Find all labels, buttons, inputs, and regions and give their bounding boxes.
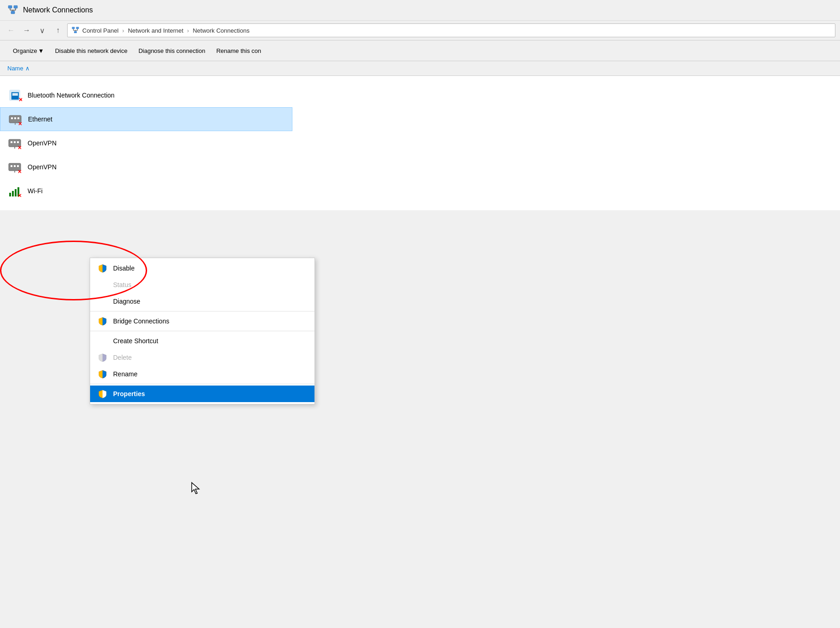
list-item[interactable]: ✕ Ethernet bbox=[0, 107, 292, 131]
diagnose-label: Diagnose bbox=[113, 298, 140, 305]
context-menu-properties[interactable]: Properties bbox=[90, 386, 314, 402]
window-title: Network Connections bbox=[23, 6, 93, 14]
svg-rect-18 bbox=[11, 117, 13, 119]
title-bar: Network Connections bbox=[0, 0, 840, 21]
breadcrumb-network-connections: Network Connections bbox=[193, 27, 250, 34]
separator3 bbox=[90, 384, 314, 384]
svg-rect-20 bbox=[17, 117, 19, 119]
svg-rect-8 bbox=[76, 27, 79, 29]
organize-button[interactable]: Organize ▼ bbox=[7, 42, 50, 59]
context-menu-status: Status bbox=[90, 277, 314, 293]
context-menu-bridge[interactable]: Bridge Connections bbox=[90, 313, 314, 329]
network-connections-icon bbox=[7, 5, 18, 16]
shield-icon-disabled bbox=[97, 352, 108, 363]
organize-arrow: ▼ bbox=[38, 47, 44, 54]
list-item[interactable]: ✕ OpenVPN bbox=[0, 131, 840, 155]
context-menu-rename[interactable]: Rename bbox=[90, 366, 314, 382]
ethernet-icon: ✕ bbox=[8, 112, 23, 127]
organize-label: Organize bbox=[13, 47, 37, 54]
name-column-header[interactable]: Name ∧ bbox=[7, 65, 302, 72]
openvpn1-icon: ✕ bbox=[7, 136, 22, 150]
context-menu-disable[interactable]: Disable bbox=[90, 260, 314, 277]
diagnose-icon-spacer bbox=[97, 296, 108, 306]
svg-rect-25 bbox=[14, 141, 16, 143]
separator2: › bbox=[187, 27, 189, 34]
shield-icon bbox=[97, 369, 108, 379]
list-item[interactable]: ✕ OpenVPN bbox=[0, 155, 840, 179]
up-button[interactable]: ↑ bbox=[51, 24, 64, 37]
svg-rect-35 bbox=[9, 193, 11, 196]
ethernet-label: Ethernet bbox=[28, 115, 52, 123]
svg-rect-32 bbox=[17, 165, 19, 167]
shield-icon bbox=[97, 316, 108, 326]
openvpn2-label: OpenVPN bbox=[28, 163, 57, 171]
svg-rect-24 bbox=[11, 141, 12, 143]
status-label: Status bbox=[113, 281, 131, 288]
svg-text:✕: ✕ bbox=[18, 121, 22, 127]
svg-text:✕: ✕ bbox=[18, 97, 22, 103]
svg-rect-2 bbox=[11, 11, 15, 14]
properties-label: Properties bbox=[113, 390, 145, 398]
address-bar-row: ← → ∨ ↑ Control Panel › Network and Inte… bbox=[0, 21, 840, 40]
shield-icon-highlighted bbox=[97, 389, 108, 399]
toolbar: Organize ▼ Disable this network device D… bbox=[0, 40, 840, 61]
shortcut-label: Create Shortcut bbox=[113, 337, 158, 345]
cursor bbox=[191, 482, 200, 495]
separator2 bbox=[90, 331, 314, 331]
svg-rect-7 bbox=[72, 27, 75, 29]
svg-text:✕: ✕ bbox=[17, 193, 22, 198]
address-icon bbox=[71, 26, 80, 35]
disable-label: Disable this network device bbox=[55, 47, 128, 54]
rename-label: Rename bbox=[113, 370, 137, 378]
rename-label: Rename this con bbox=[216, 47, 261, 54]
list-item[interactable]: ✕ Wi-Fi bbox=[0, 179, 840, 203]
svg-rect-26 bbox=[17, 141, 19, 143]
openvpn2-icon: ✕ bbox=[7, 160, 22, 174]
shortcut-icon-spacer bbox=[97, 336, 108, 346]
disable-label: Disable bbox=[113, 265, 135, 272]
svg-rect-9 bbox=[74, 31, 77, 34]
recent-button[interactable]: ∨ bbox=[36, 24, 49, 37]
svg-rect-0 bbox=[8, 6, 12, 8]
separator1: › bbox=[122, 27, 124, 34]
breadcrumb-network-internet: Network and Internet bbox=[128, 27, 183, 34]
delete-label: Delete bbox=[113, 354, 131, 361]
diagnose-button[interactable]: Diagnose this connection bbox=[133, 42, 211, 59]
context-menu-shortcut[interactable]: Create Shortcut bbox=[90, 333, 314, 349]
address-box[interactable]: Control Panel › Network and Internet › N… bbox=[67, 23, 835, 37]
main-content: ⬓ ✕ Bluetooth Network Connection ✕ Ether… bbox=[0, 76, 840, 210]
status-icon-spacer bbox=[97, 280, 108, 290]
svg-rect-30 bbox=[11, 165, 12, 167]
forward-button[interactable]: → bbox=[20, 24, 33, 37]
rename-button[interactable]: Rename this con bbox=[211, 42, 267, 59]
svg-rect-37 bbox=[15, 189, 17, 196]
svg-text:✕: ✕ bbox=[17, 145, 22, 150]
bridge-label: Bridge Connections bbox=[113, 317, 169, 325]
breadcrumb-control-panel: Control Panel bbox=[82, 27, 119, 34]
back-button[interactable]: ← bbox=[5, 24, 17, 37]
svg-rect-1 bbox=[14, 6, 17, 8]
separator1 bbox=[90, 311, 314, 311]
svg-rect-31 bbox=[14, 165, 16, 167]
disable-button[interactable]: Disable this network device bbox=[50, 42, 133, 59]
wifi-icon: ✕ bbox=[7, 184, 22, 198]
bluetooth-label: Bluetooth Network Connection bbox=[28, 92, 114, 99]
context-menu-delete: Delete bbox=[90, 349, 314, 366]
wifi-label: Wi-Fi bbox=[28, 187, 43, 195]
openvpn1-label: OpenVPN bbox=[28, 139, 57, 147]
diagnose-label: Diagnose this connection bbox=[138, 47, 205, 54]
shield-icon bbox=[97, 263, 108, 273]
bluetooth-icon: ⬓ ✕ bbox=[7, 88, 22, 103]
svg-text:✕: ✕ bbox=[17, 169, 22, 174]
name-column-label: Name bbox=[7, 65, 23, 72]
svg-rect-36 bbox=[12, 191, 14, 196]
context-menu: Disable Status Diagnose Bridge Connectio… bbox=[90, 258, 315, 404]
svg-rect-19 bbox=[14, 117, 16, 119]
list-item[interactable]: ⬓ ✕ Bluetooth Network Connection bbox=[0, 83, 840, 107]
context-menu-diagnose[interactable]: Diagnose bbox=[90, 293, 314, 310]
svg-text:⬓: ⬓ bbox=[11, 90, 19, 100]
sort-arrow: ∧ bbox=[25, 65, 30, 72]
column-headers: Name ∧ bbox=[0, 61, 840, 76]
